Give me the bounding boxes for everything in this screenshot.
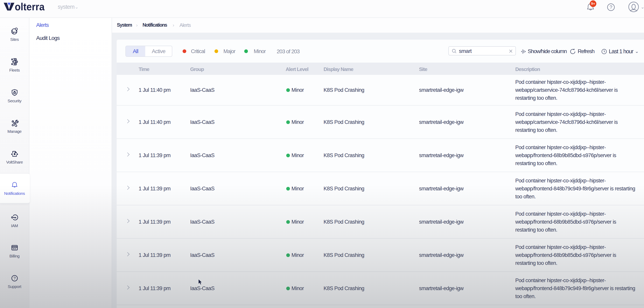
svg-text:olterra: olterra [15,3,44,10]
svg-text:?: ? [14,276,16,280]
svg-text:?: ? [610,4,612,10]
